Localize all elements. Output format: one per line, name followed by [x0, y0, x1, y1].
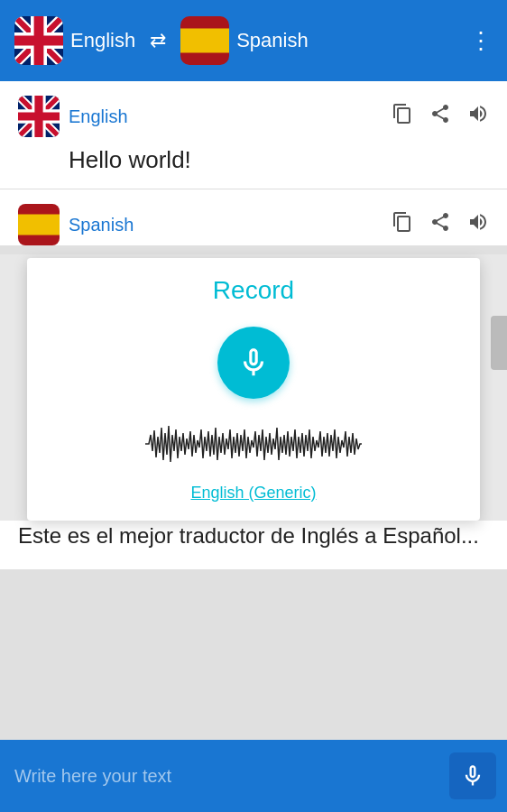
spanish-card-header: Spanish: [18, 204, 489, 245]
english-translation-card: English Hello world!: [0, 81, 507, 189]
spanish-sound-icon[interactable]: [467, 211, 489, 238]
side-scroll-handle: [491, 316, 507, 370]
source-lang-label[interactable]: English: [70, 29, 135, 52]
record-title: Record: [213, 276, 294, 305]
waveform-display: [145, 417, 362, 471]
spanish-card-actions: [392, 211, 489, 238]
record-popup: Record English (Generic): [27, 258, 480, 521]
text-input-field[interactable]: [11, 759, 440, 794]
bottom-input-bar: [0, 740, 507, 812]
english-copy-icon[interactable]: [392, 103, 413, 130]
spanish-translation-card-header: Spanish: [0, 189, 507, 245]
english-sound-icon[interactable]: [467, 103, 489, 130]
spanish-translated-text: Este es el mejor traductor de Inglés a E…: [18, 521, 489, 551]
bottom-mic-button[interactable]: [449, 752, 496, 799]
record-language-label[interactable]: English (Generic): [190, 484, 316, 503]
more-options-icon[interactable]: ⋮: [469, 27, 493, 55]
record-mic-button[interactable]: [217, 327, 290, 399]
spanish-share-icon[interactable]: [429, 211, 451, 238]
english-card-actions: [392, 103, 489, 130]
svg-rect-5: [18, 215, 60, 235]
english-card-header: English: [18, 96, 489, 137]
top-bar: English ⇄ Spanish ⋮: [0, 0, 507, 81]
source-flag: [14, 16, 63, 65]
target-lang-label[interactable]: Spanish: [236, 29, 309, 52]
spanish-translation-text-area: Este es el mejor traductor de Inglés a E…: [0, 521, 507, 569]
spanish-copy-icon[interactable]: [392, 211, 413, 238]
spanish-card-flag: [18, 204, 60, 245]
english-card-flag: [18, 96, 60, 137]
spanish-lang-label: Spanish: [69, 215, 383, 235]
english-lang-label: English: [69, 106, 383, 127]
target-flag: [180, 16, 229, 65]
svg-rect-2: [180, 29, 229, 53]
english-translation-text: Hello world!: [69, 146, 489, 174]
swap-icon[interactable]: ⇄: [150, 29, 166, 52]
english-share-icon[interactable]: [429, 103, 451, 130]
